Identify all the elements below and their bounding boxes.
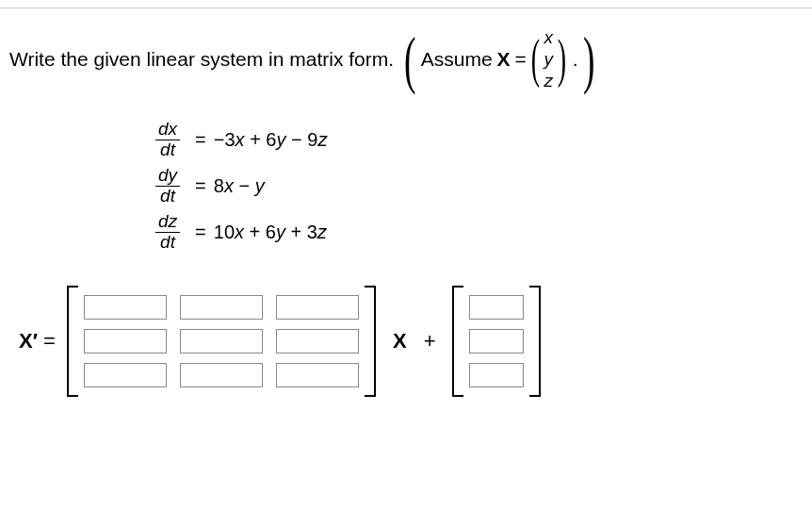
vector-f-cells — [463, 286, 529, 397]
frac-den: dt — [157, 140, 178, 160]
period: . — [573, 48, 578, 71]
matrix-a-input-3-2[interactable] — [180, 363, 263, 387]
equals: = — [515, 48, 527, 71]
matrix-a — [67, 286, 376, 397]
problem-content: Write the given linear system in matrix … — [0, 8, 812, 406]
matrix-form-row: X′ = X + — [19, 286, 803, 397]
vec-right-paren-icon: ) — [558, 37, 566, 82]
eq-sign: = — [195, 129, 206, 151]
matrix-a-input-3-1[interactable] — [84, 363, 167, 387]
matrix-a-input-1-3[interactable] — [276, 295, 359, 320]
vec-y: y — [544, 49, 554, 71]
vector-f-input-2[interactable] — [469, 329, 524, 353]
bracket-left-icon — [452, 286, 463, 397]
vec-left-paren-icon: ( — [531, 37, 540, 82]
eq-rhs-2: 8x − y — [214, 175, 265, 197]
matrix-a-input-3-3[interactable] — [276, 363, 359, 387]
frac-den: dt — [157, 187, 178, 206]
frac-num: dy — [155, 166, 180, 187]
matrix-a-input-2-1[interactable] — [84, 329, 167, 353]
equals-sign: = — [43, 329, 56, 353]
matrix-a-cells — [78, 286, 365, 397]
equation-row-2: dy dt = 8x − y — [155, 166, 803, 206]
plus-sign: + — [424, 329, 436, 353]
eq-sign: = — [195, 222, 206, 243]
eq-rhs-3: 10x + 6y + 3z — [214, 222, 327, 243]
x-prime-equals: X′ = — [19, 329, 56, 353]
x-prime: X′ — [19, 329, 38, 353]
vec-z: z — [544, 71, 554, 92]
prompt-line: Write the given linear system in matrix … — [9, 27, 803, 91]
equation-row-1: dx dt = −3x + 6y − 9z — [155, 120, 803, 160]
fraction-dz-dt: dz dt — [155, 212, 180, 253]
vector-f-input-1[interactable] — [469, 295, 524, 320]
assume-paren-outer: ( Assume X = ( x y z ) . ) — [399, 27, 599, 91]
vector-xyz: x y z — [544, 27, 554, 91]
vector-paren: ( x y z ) — [527, 27, 571, 91]
vector-f — [452, 286, 541, 397]
bracket-left-icon — [67, 286, 78, 397]
right-paren-icon: ) — [583, 31, 594, 89]
bracket-right-icon — [365, 286, 376, 397]
fraction-dx-dt: dx dt — [155, 120, 180, 160]
left-paren-icon: ( — [404, 31, 415, 89]
assume-inner: Assume X = ( x y z ) . — [421, 27, 578, 91]
bracket-right-icon — [529, 286, 541, 397]
matrix-a-input-1-1[interactable] — [84, 295, 167, 320]
matrix-a-input-1-2[interactable] — [180, 295, 263, 320]
equation-row-3: dz dt = 10x + 6y + 3z — [155, 212, 803, 253]
vec-x: x — [544, 27, 554, 49]
bold-x: X — [497, 48, 511, 71]
frac-den: dt — [157, 233, 178, 253]
assume-word: Assume — [421, 48, 493, 71]
eq-rhs-1: −3x + 6y − 9z — [214, 129, 328, 151]
vector-f-input-3[interactable] — [469, 363, 524, 387]
times-x: X — [393, 329, 407, 353]
fraction-dy-dt: dy dt — [155, 166, 180, 206]
matrix-a-input-2-3[interactable] — [276, 329, 359, 353]
frac-num: dz — [155, 212, 180, 233]
equations-block: dx dt = −3x + 6y − 9z dy dt = 8x − y dz … — [155, 120, 803, 252]
matrix-a-input-2-2[interactable] — [180, 329, 263, 353]
eq-sign: = — [195, 175, 206, 197]
prompt-text: Write the given linear system in matrix … — [9, 48, 394, 71]
frac-num: dx — [155, 120, 180, 140]
